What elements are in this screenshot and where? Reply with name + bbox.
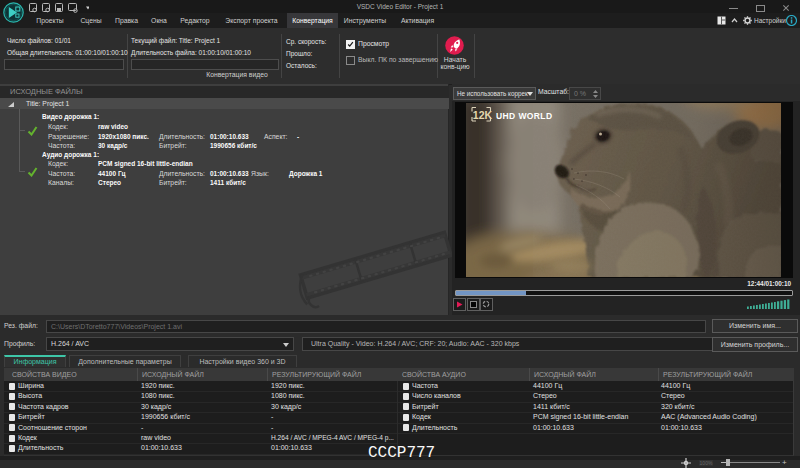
svg-text:12K: 12K <box>473 109 493 121</box>
svg-text:UHD WORLD: UHD WORLD <box>496 111 552 121</box>
